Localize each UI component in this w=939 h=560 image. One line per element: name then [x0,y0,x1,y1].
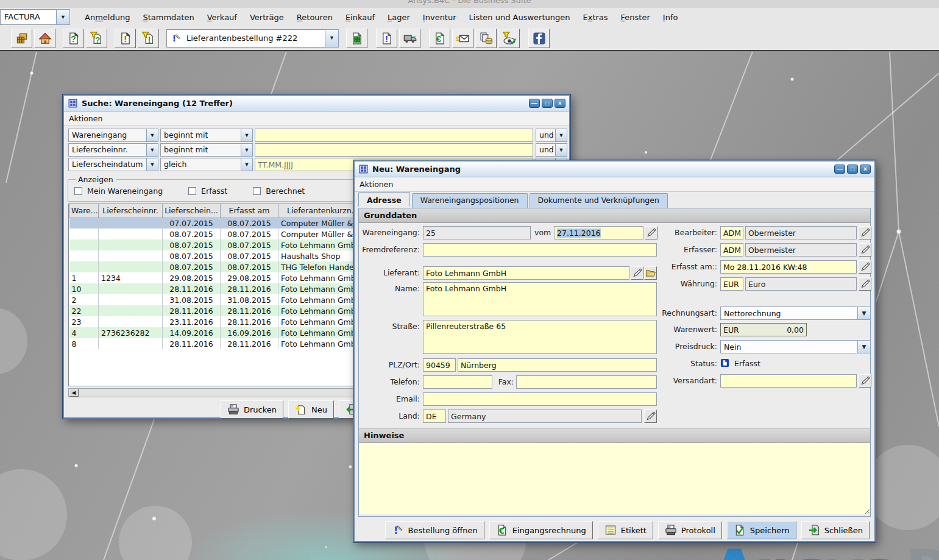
erfasst-am-field[interactable]: Mo 28.11.2016 KW:48 [720,260,857,274]
speichern-button[interactable]: Speichern [727,521,796,539]
waehrung-pen-button[interactable] [859,277,871,291]
table-document-button[interactable] [346,29,367,48]
menu-item-inventur[interactable]: Inventur [423,13,456,22]
bestellung-öffnen-button[interactable]: !Bestellung öffnen [385,521,484,539]
minimize-button[interactable]: — [529,99,540,108]
checkbox-icon[interactable] [74,187,82,195]
preisdruck-select[interactable]: Nein▼ [720,340,871,353]
detail-window-titlebar[interactable]: Neu: Wareneingang — □ × [355,161,874,177]
filter-conjunction-select[interactable]: und▼ [536,143,567,157]
wareneingang-field[interactable]: 25 [423,226,531,239]
filter-conjunction-select[interactable]: und▼ [536,129,567,142]
lieferant-pen-button[interactable] [631,266,643,280]
menu-item-info[interactable]: Info [663,13,678,22]
search-window-titlebar[interactable]: Suche: Wareneingang (12 Treffer) — □ × [64,96,569,112]
detail-aktionen-menu[interactable]: Aktionen [360,180,393,189]
search-question-button[interactable]: ? [63,29,84,48]
bearbeiter-name-field[interactable]: Obermeister [745,226,857,239]
packages-button[interactable] [11,29,32,48]
bearbeiter-code-field[interactable]: ADM [720,226,743,239]
checkbox-erfasst[interactable]: Erfasst [188,186,227,196]
filter-operator-select[interactable]: beginnt mit▼ [160,129,253,142]
menu-item-listen-und-auswertungen[interactable]: Listen und Auswertungen [469,13,570,22]
column-header[interactable]: Lieferscheinnr. [99,204,163,218]
menu-item-lager[interactable]: Lager [388,13,410,22]
search-aktionen-menu[interactable]: Aktionen [69,114,102,123]
menu-item-einkauf[interactable]: Einkauf [345,13,375,22]
erfasser-pen-button[interactable] [859,243,871,257]
application-titlebar[interactable]: Ansys.B4C - Die Business Suite [0,0,939,8]
menu-item-anmeldung[interactable]: Anmeldung [85,13,130,22]
truck-button[interactable] [399,29,420,48]
facebook-button[interactable] [528,29,550,48]
email-field[interactable] [423,392,657,406]
column-header[interactable]: Lieferschein... [163,204,221,218]
lieferant-field[interactable]: Foto Lehmann GmbH [423,266,629,280]
chevron-down-icon[interactable]: ▼ [857,307,870,319]
checkbox-icon[interactable] [188,187,196,195]
hinweise-textarea[interactable] [359,442,870,514]
maximize-button[interactable]: □ [542,99,553,108]
ort-field[interactable]: Nürnberg [458,358,657,372]
chevron-down-icon[interactable]: ▼ [241,158,253,171]
vom-date-field[interactable]: 27.11.2016 [554,226,643,239]
chevron-down-icon[interactable]: ▼ [857,341,870,353]
erfasser-code-field[interactable]: ADM [720,243,743,257]
tab-wareneingangspositionen[interactable]: Wareneingangspositionen [412,193,528,208]
fremdreferenz-field[interactable] [423,243,657,257]
menu-item-extras[interactable]: Extras [583,13,608,22]
tab-adresse[interactable]: Adresse [358,192,410,207]
plz-field[interactable]: 90459 [423,358,456,372]
chevron-down-icon[interactable]: ▼ [555,143,567,157]
fax-field[interactable] [516,375,657,389]
menu-item-stammdaten[interactable]: Stammdaten [143,13,194,22]
quickjump-combobox[interactable]: !Lieferantenbestellung #222 ▼ [166,29,339,48]
schließen-button[interactable]: Schließen [801,521,870,539]
bearbeiter-pen-button[interactable] [859,226,871,239]
menu-item-retouren[interactable]: Retouren [297,13,333,22]
column-header[interactable]: Erfasst am [221,204,278,218]
versandart-pen-button[interactable] [859,374,871,388]
chevron-down-icon[interactable]: ▼ [241,129,253,142]
tab-dokumente-und-verknüpfungen[interactable]: Dokumente und Verknüpfungen [530,193,668,208]
close-button[interactable]: × [860,165,871,174]
chevron-down-icon[interactable]: ▼ [146,143,158,157]
land-pen-button[interactable] [644,409,657,423]
name-field[interactable]: Foto Lehmann GmbH [423,282,657,316]
eingangsrechnung-button[interactable]: €Eingangsrechnung [489,521,593,539]
chevron-down-icon[interactable]: ▼ [146,129,158,142]
filter-operator-select[interactable]: gleich▼ [160,158,253,171]
send-mail-button[interactable] [452,29,473,48]
search-question-filter-button[interactable]: ? [86,29,107,48]
minimize-button[interactable]: — [834,165,845,174]
column-header[interactable]: Ware... [69,204,99,218]
strasse-field[interactable]: Pillenreuterstraße 65 [423,320,657,354]
checkbox-berechnet[interactable]: Berechnet [253,186,305,196]
filter-value-input[interactable] [255,129,533,142]
search-exclamation-filter-button[interactable]: ! [138,29,159,48]
view-filter-button[interactable] [498,29,520,48]
filter-field-select[interactable]: Wareneingang▼ [68,129,158,142]
filter-value-input[interactable] [255,143,533,157]
filter-field-select[interactable]: Lieferscheindatum▼ [68,158,158,171]
menu-item-fenster[interactable]: Fenster [621,13,650,22]
chevron-down-icon[interactable]: ▼ [555,129,567,142]
land-code-field[interactable]: DE [423,409,446,423]
protokoll-button[interactable]: Protokoll [658,521,722,539]
chevron-down-icon[interactable]: ▼ [146,158,158,171]
quickjump-arrow-icon[interactable]: ▼ [325,29,339,48]
versandart-field[interactable] [720,374,857,388]
context-combobox[interactable]: FACTURA ▼ [0,9,70,25]
waehrung-name-field[interactable]: Euro [745,277,857,291]
copy-database-button[interactable] [475,29,497,48]
etikett-button[interactable]: Etikett [598,521,653,539]
home-button[interactable] [34,29,55,48]
erfasst-am-pen-button[interactable] [859,260,871,274]
menu-item-verkauf[interactable]: Verkauf [207,13,237,22]
euro-document-button[interactable]: € [429,29,450,48]
chevron-down-icon[interactable]: ▼ [241,143,253,157]
filter-operator-select[interactable]: beginnt mit▼ [160,143,253,157]
drucken-button[interactable]: Drucken [221,400,283,419]
erfasser-name-field[interactable]: Obermeister [745,243,857,257]
search-exclamation-button[interactable]: ! [115,29,136,48]
